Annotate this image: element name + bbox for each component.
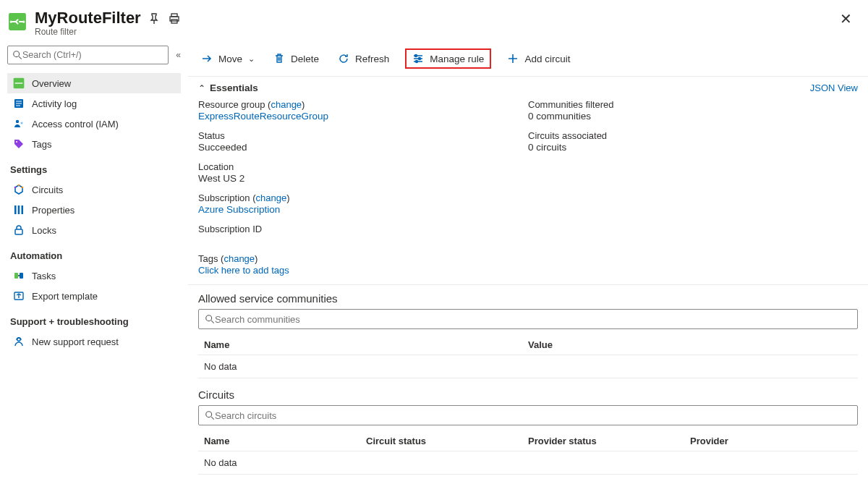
tags-label: Tags (change) (198, 253, 858, 264)
sidebar-item-label: New support request (32, 336, 119, 347)
refresh-button[interactable]: Refresh (335, 50, 392, 67)
svg-point-23 (415, 55, 417, 57)
delete-button[interactable]: Delete (271, 50, 322, 67)
overview-icon (13, 77, 25, 89)
print-icon[interactable] (169, 13, 180, 27)
sub-label: Subscription (change) (198, 192, 528, 203)
sidebar-item-label: Locks (32, 225, 56, 236)
tags-icon (13, 138, 25, 150)
refresh-icon (338, 53, 349, 64)
cmd-label: Move (218, 54, 242, 64)
svg-point-1 (10, 20, 12, 22)
svg-point-25 (416, 61, 418, 63)
sidebar-item-label: Activity log (32, 98, 77, 109)
col-name: Name (204, 436, 366, 446)
svg-rect-15 (14, 205, 17, 214)
export-template-icon (13, 290, 25, 302)
sidebar-item-overview[interactable]: Overview (7, 73, 181, 93)
sidebar-item-label: Properties (32, 205, 75, 216)
circuits-title: Circuits (198, 389, 858, 401)
svg-point-6 (14, 51, 20, 57)
sidebar-item-properties[interactable]: Properties (7, 200, 181, 220)
sub-value-link[interactable]: Azure Subscription (198, 204, 280, 215)
page-subtitle: Route filter (35, 27, 141, 37)
cmd-label: Manage rule (430, 54, 484, 64)
circuits-label: Circuits associated (528, 130, 858, 141)
col-value: Value (528, 339, 852, 350)
activity-log-icon (13, 98, 25, 109)
sidebar-item-label: Overview (32, 78, 71, 89)
add-tags-link[interactable]: Click here to add tags (198, 265, 289, 276)
move-button[interactable]: Move ⌄ (198, 50, 258, 67)
sidebar-item-circuits[interactable]: Circuits (7, 179, 181, 200)
close-icon[interactable]: ✕ (840, 10, 852, 27)
sidebar-search-input[interactable] (22, 50, 163, 60)
svg-point-14 (14, 187, 17, 189)
search-icon (205, 314, 215, 324)
col-circuit-status: Circuit status (366, 436, 528, 446)
communities-search[interactable] (198, 309, 858, 329)
tags-change-link[interactable]: change (224, 253, 255, 264)
circuits-icon (13, 184, 25, 195)
status-value: Succeeded (198, 142, 528, 153)
route-filter-icon (7, 12, 27, 32)
add-circuit-button[interactable]: Add circuit (504, 50, 573, 67)
move-icon (201, 53, 213, 64)
sidebar-item-tags[interactable]: Tags (7, 134, 181, 154)
support-icon (13, 336, 25, 347)
rg-label: Resource group (change) (198, 99, 528, 110)
sidebar-section-settings: Settings (7, 154, 181, 179)
sidebar-item-activity-log[interactable]: Activity log (7, 93, 181, 114)
circuits-search-input[interactable] (215, 410, 851, 421)
sidebar-item-locks[interactable]: Locks (7, 220, 181, 240)
svg-point-13 (22, 187, 24, 189)
sidebar-item-tasks[interactable]: Tasks (7, 266, 181, 286)
location-value: West US 2 (198, 173, 528, 184)
col-provider: Provider (690, 436, 852, 446)
communities-title: Allowed service communities (198, 292, 858, 305)
location-label: Location (198, 161, 528, 172)
manage-rule-icon (412, 53, 424, 64)
sidebar-item-label: Access control (IAM) (32, 119, 119, 130)
circuits-search[interactable] (198, 405, 858, 425)
rg-value-link[interactable]: ExpressRouteResourceGroup (198, 111, 328, 122)
svg-rect-20 (20, 273, 23, 279)
manage-rule-button[interactable]: Manage rule (405, 48, 491, 69)
svg-point-10 (21, 122, 23, 124)
sub-change-link[interactable]: change (256, 192, 287, 203)
col-provider-status: Provider status (528, 436, 690, 446)
svg-point-2 (22, 20, 25, 22)
sidebar-section-support: Support + troubleshooting (7, 306, 181, 331)
col-name: Name (204, 339, 528, 350)
svg-point-26 (206, 315, 212, 321)
properties-icon (13, 204, 25, 216)
svg-point-27 (206, 412, 212, 417)
communities-label: Communities filtered (528, 99, 858, 110)
sidebar-item-iam[interactable]: Access control (IAM) (7, 114, 181, 134)
no-data-row: No data (204, 457, 366, 468)
sidebar-item-label: Tags (32, 139, 51, 150)
svg-point-11 (16, 141, 17, 143)
sidebar-search[interactable] (7, 46, 169, 64)
svg-rect-17 (22, 205, 24, 214)
subid-label: Subscription ID (198, 224, 528, 234)
sidebar-item-label: Export template (32, 291, 98, 302)
pin-icon[interactable] (148, 13, 160, 27)
add-icon (507, 53, 519, 64)
essentials-toggle-icon[interactable]: ⌃ (198, 83, 205, 93)
sidebar-item-label: Tasks (32, 271, 56, 281)
circuits-value: 0 circuits (528, 142, 858, 153)
chevron-down-icon: ⌄ (248, 54, 255, 64)
communities-value: 0 communities (528, 111, 858, 122)
sidebar-item-new-support[interactable]: New support request (7, 331, 181, 352)
json-view-link[interactable]: JSON View (810, 82, 858, 93)
svg-rect-19 (14, 273, 18, 279)
no-data-row: No data (204, 361, 528, 372)
cmd-label: Delete (291, 54, 319, 64)
svg-point-12 (18, 184, 20, 187)
collapse-sidebar-icon[interactable]: « (176, 50, 181, 60)
rg-change-link[interactable]: change (271, 99, 302, 110)
sidebar-item-export-template[interactable]: Export template (7, 286, 181, 306)
communities-search-input[interactable] (215, 314, 851, 325)
svg-rect-18 (15, 229, 22, 234)
